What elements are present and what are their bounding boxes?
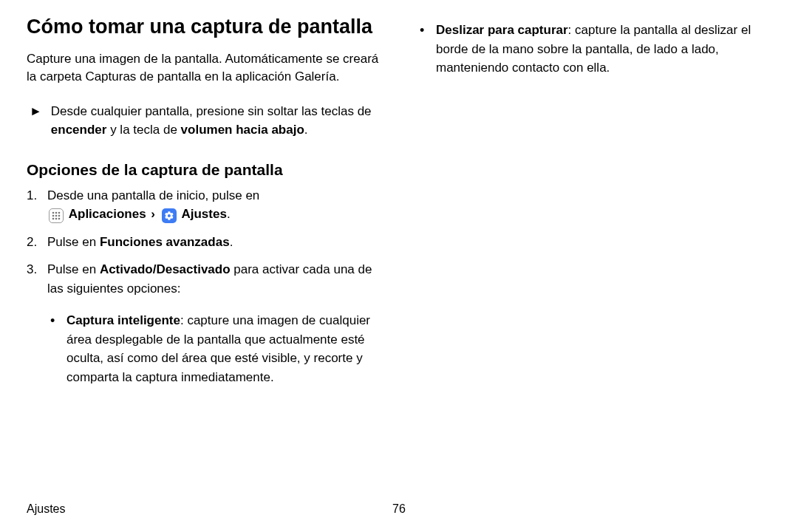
options-list: Captura inteligente: capture una imagen … bbox=[47, 311, 381, 386]
chevron-icon: › bbox=[151, 207, 155, 221]
svg-point-6 bbox=[52, 218, 55, 220]
option-smart-capture: Captura inteligente: capture una imagen … bbox=[47, 311, 381, 386]
step-3: Pulse en Activado/Desactivado para activ… bbox=[27, 260, 381, 386]
settings-icon bbox=[162, 208, 177, 223]
triangle-marker-icon: ► bbox=[30, 103, 42, 139]
svg-point-7 bbox=[55, 218, 58, 220]
subheading: Opciones de la captura de pantalla bbox=[27, 160, 381, 180]
page-number: 76 bbox=[392, 502, 406, 516]
step-2: Pulse en Funciones avanzadas. bbox=[27, 233, 381, 252]
svg-point-1 bbox=[55, 212, 58, 214]
svg-point-8 bbox=[58, 218, 61, 220]
svg-point-0 bbox=[52, 212, 55, 214]
options-list-continued: Deslizar para capturar: capture la panta… bbox=[417, 21, 771, 78]
svg-point-5 bbox=[58, 215, 61, 217]
action-list: ► Desde cualquier pantalla, presione sin… bbox=[27, 103, 381, 139]
numbered-steps: Desde una pantalla de inicio, pulse en A… bbox=[27, 186, 381, 387]
intro-paragraph: Capture una imagen de la pantalla. Autom… bbox=[27, 50, 381, 86]
right-column: Deslizar para capturar: capture la panta… bbox=[417, 15, 771, 488]
step-1: Desde una pantalla de inicio, pulse en A… bbox=[27, 186, 381, 224]
settings-label: Ajustes bbox=[181, 207, 226, 221]
apps-label: Aplicaciones bbox=[69, 207, 146, 221]
svg-point-2 bbox=[58, 212, 61, 214]
left-column: Cómo tomar una captura de pantalla Captu… bbox=[27, 15, 381, 488]
svg-point-3 bbox=[52, 215, 55, 217]
action-text: Desde cualquier pantalla, presione sin s… bbox=[51, 103, 381, 139]
page-footer: Ajustes 76 bbox=[27, 502, 771, 516]
apps-icon bbox=[49, 208, 64, 223]
page-title: Cómo tomar una captura de pantalla bbox=[27, 15, 381, 40]
option-palm-swipe: Deslizar para capturar: capture la panta… bbox=[417, 21, 771, 78]
svg-point-4 bbox=[55, 215, 58, 217]
action-item: ► Desde cualquier pantalla, presione sin… bbox=[27, 103, 381, 139]
